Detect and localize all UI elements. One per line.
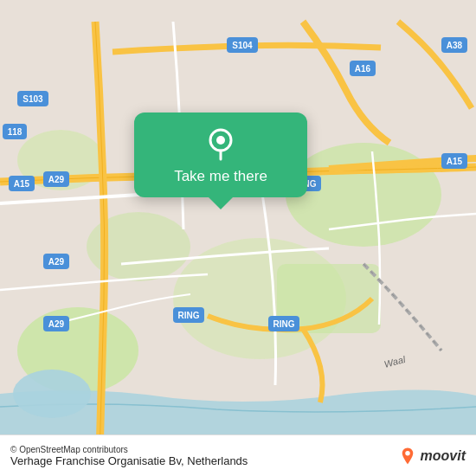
- svg-point-2: [286, 143, 441, 247]
- svg-text:118: 118: [8, 127, 23, 137]
- svg-text:A16: A16: [355, 64, 371, 74]
- svg-text:A29: A29: [48, 257, 65, 267]
- svg-text:RING: RING: [178, 311, 200, 320]
- bottom-bar: © OpenStreetMap contributors Verhage Fra…: [0, 434, 476, 476]
- svg-point-37: [405, 451, 410, 456]
- svg-text:S103: S103: [23, 94, 43, 104]
- map-container: A16 A38 S103 S104 A15 A15 A29 A29 A29 11…: [0, 0, 476, 476]
- svg-point-7: [13, 370, 91, 418]
- map-popup[interactable]: Take me there: [134, 113, 307, 197]
- svg-text:A29: A29: [48, 319, 65, 329]
- popup-label: Take me there: [174, 168, 267, 185]
- svg-text:A29: A29: [48, 175, 65, 184]
- moovit-pin-icon: [398, 447, 417, 466]
- svg-text:S104: S104: [232, 41, 253, 50]
- bottom-bar-info: © OpenStreetMap contributors Verhage Fra…: [10, 445, 248, 467]
- svg-point-36: [216, 136, 225, 145]
- map-svg: A16 A38 S103 S104 A15 A15 A29 A29 A29 11…: [0, 0, 476, 476]
- svg-text:A15: A15: [447, 157, 463, 166]
- location-pin-icon: [203, 126, 238, 161]
- osm-credit: © OpenStreetMap contributors: [10, 445, 248, 454]
- moovit-logo: moovit: [398, 447, 466, 466]
- svg-text:RING: RING: [273, 319, 295, 329]
- svg-text:A38: A38: [447, 41, 463, 50]
- moovit-text: moovit: [421, 448, 466, 464]
- place-name: Verhage Franchise Organisatie Bv, Nether…: [10, 454, 248, 467]
- svg-text:A15: A15: [14, 179, 30, 189]
